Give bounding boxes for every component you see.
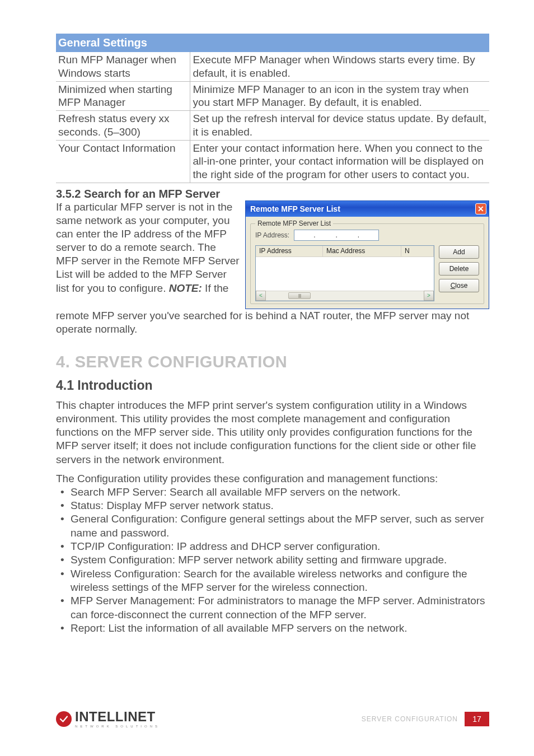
col-ip[interactable]: IP Address (256, 246, 323, 256)
sec352-para2: remote MFP server you've searched for is… (56, 309, 489, 336)
list-item: Status: Display MFP server network statu… (56, 499, 489, 512)
dialog-titlebar[interactable]: Remote MFP Server List ✕ (246, 201, 489, 217)
scroll-left-icon[interactable]: < (256, 291, 266, 301)
table-row: Minimized when starting MFP ManagerMinim… (56, 81, 489, 111)
ip-octet-2[interactable] (317, 230, 335, 240)
list-item: Wireless Configuration: Search for the a… (56, 567, 489, 595)
note-label: NOTE: (169, 282, 202, 294)
sec4-p2: The Configuration utility provides these… (56, 472, 489, 486)
brand-name: INTELLINET (75, 710, 160, 724)
remote-list-groupbox: Remote MFP Server List IP Address: . . . (250, 223, 484, 304)
heading-4: 4. SERVER CONFIGURATION (56, 353, 489, 371)
add-button[interactable]: Add (439, 245, 479, 259)
table-row: Run MFP Manager when Windows startsExecu… (56, 52, 489, 81)
brand-tagline: NETWORK SOLUTIONS (75, 725, 160, 728)
delete-button[interactable]: Delete (439, 262, 479, 276)
list-item: System Configuration: MFP server network… (56, 553, 489, 567)
list-item: General Configuration: Configure general… (56, 512, 489, 540)
list-item: TCP/IP Configuration: IP address and DHC… (56, 540, 489, 553)
scroll-right-icon[interactable]: > (424, 291, 434, 301)
list-item: Search MFP Server: Search all available … (56, 486, 489, 499)
server-listview[interactable]: IP Address Mac Address N < ||||| > (255, 245, 434, 301)
close-button[interactable]: Close (439, 279, 479, 292)
general-settings-table: General Settings Run MFP Manager when Wi… (56, 34, 489, 183)
brand-logo: INTELLINET NETWORK SOLUTIONS (56, 710, 160, 728)
ip-address-input[interactable]: . . . (294, 230, 379, 241)
ip-address-label: IP Address: (255, 231, 289, 239)
table-header: General Settings (56, 34, 489, 52)
list-item: Report: List the information of all avai… (56, 622, 489, 635)
ip-octet-4[interactable] (360, 230, 378, 240)
ip-octet-3[interactable] (339, 230, 357, 240)
close-icon[interactable]: ✕ (475, 203, 486, 214)
col-mac[interactable]: Mac Address (323, 246, 401, 256)
ip-octet-1[interactable] (294, 230, 312, 240)
checkmark-icon (56, 711, 72, 727)
dialog-title: Remote MFP Server List (250, 204, 340, 213)
page-footer: INTELLINET NETWORK SOLUTIONS SERVER CONF… (56, 710, 489, 728)
horizontal-scrollbar[interactable]: < ||||| > (256, 291, 434, 301)
scrollbar-thumb[interactable]: ||||| (288, 292, 311, 299)
page-number: 17 (465, 712, 489, 726)
remote-mfp-dialog: Remote MFP Server List ✕ Remote MFP Serv… (245, 200, 489, 309)
heading-352: 3.5.2 Search for an MFP Server (56, 188, 489, 200)
listview-header: IP Address Mac Address N (256, 246, 434, 257)
table-row: Refresh status every xx seconds. (5–300)… (56, 111, 489, 141)
footer-section-label: SERVER CONFIGURATION (362, 715, 458, 723)
groupbox-label: Remote MFP Server List (255, 220, 333, 227)
col-n[interactable]: N (401, 246, 434, 256)
heading-41: 4.1 Introduction (56, 378, 489, 393)
sec4-p1: This chapter introduces the MFP print se… (56, 399, 489, 466)
table-row: Your Contact InformationEnter your conta… (56, 140, 489, 183)
list-item: MFP Server Management: For administrator… (56, 594, 489, 622)
config-functions-list: Search MFP Server: Search all available … (56, 486, 489, 635)
